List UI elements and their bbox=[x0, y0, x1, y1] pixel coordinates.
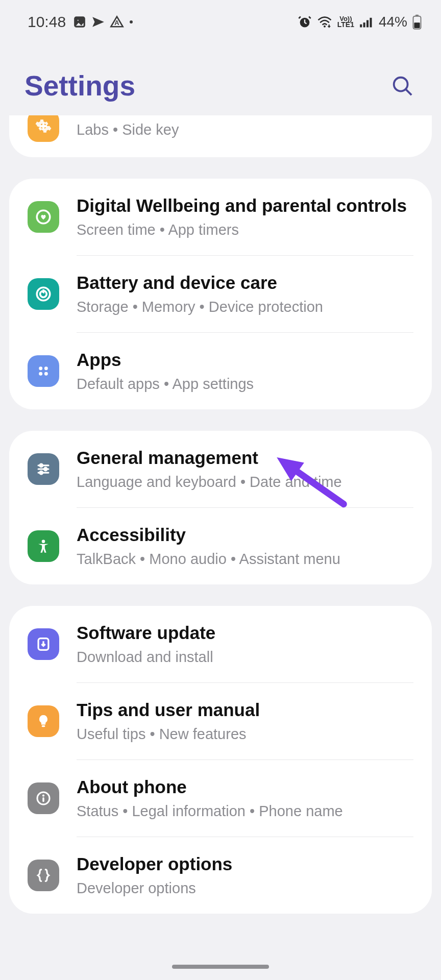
svg-point-19 bbox=[39, 366, 42, 370]
status-bar: 10:48 A Vo)) LTE1 bbox=[0, 0, 441, 40]
svg-rect-6 bbox=[360, 24, 362, 28]
settings-row-developer-options[interactable]: Developer options Developer options bbox=[9, 837, 432, 914]
svg-rect-8 bbox=[366, 20, 369, 28]
battery-percent: 44% bbox=[379, 14, 407, 30]
settings-row-battery-device-care[interactable]: Battery and device care Storage • Memory… bbox=[9, 256, 432, 332]
signal-icon bbox=[359, 16, 374, 28]
row-title: Apps bbox=[77, 349, 413, 371]
row-subtitle: Language and keyboard • Date and time bbox=[77, 473, 413, 491]
svg-rect-11 bbox=[415, 15, 419, 16]
settings-group-2: General management Language and keyboard… bbox=[9, 431, 432, 584]
braces-icon bbox=[28, 860, 59, 891]
triangle-alert-icon: A bbox=[110, 15, 124, 29]
settings-list[interactable]: Advanced features Labs • Side key Digita… bbox=[0, 109, 441, 914]
svg-point-20 bbox=[44, 366, 48, 370]
gallery-icon bbox=[73, 15, 86, 29]
svg-point-24 bbox=[40, 464, 43, 467]
status-left: 10:48 A bbox=[28, 13, 133, 31]
settings-row-tips[interactable]: Tips and user manual Useful tips • New f… bbox=[9, 683, 432, 760]
row-subtitle: Useful tips • New features bbox=[77, 725, 413, 743]
wifi-icon bbox=[317, 15, 332, 29]
bulb-icon bbox=[28, 705, 59, 737]
row-title: Developer options bbox=[77, 853, 413, 875]
battery-icon bbox=[412, 14, 422, 30]
row-subtitle: TalkBack • Mono audio • Assistant menu bbox=[77, 550, 413, 568]
status-time: 10:48 bbox=[28, 13, 66, 31]
svg-point-3 bbox=[130, 20, 133, 23]
settings-row-accessibility[interactable]: Accessibility TalkBack • Mono audio • As… bbox=[9, 508, 432, 584]
row-title: Advanced features bbox=[77, 115, 413, 116]
row-subtitle: Default apps • App settings bbox=[77, 375, 413, 393]
svg-point-26 bbox=[44, 468, 47, 471]
row-subtitle: Screen time • App timers bbox=[77, 220, 413, 239]
heart-ring-icon bbox=[28, 201, 59, 233]
row-subtitle: Storage • Memory • Device protection bbox=[77, 298, 413, 316]
svg-rect-34 bbox=[42, 797, 44, 802]
dot-icon bbox=[129, 20, 133, 24]
sliders-icon bbox=[28, 453, 59, 485]
settings-row-apps[interactable]: Apps Default apps • App settings bbox=[9, 333, 432, 409]
svg-point-22 bbox=[44, 372, 48, 376]
settings-group-1: Digital Wellbeing and parental controls … bbox=[9, 179, 432, 409]
search-icon bbox=[390, 74, 414, 97]
volte-indicator: Vo)) LTE1 bbox=[337, 16, 354, 28]
row-title: Tips and user manual bbox=[77, 699, 413, 721]
svg-rect-12 bbox=[414, 22, 420, 28]
row-title: Battery and device care bbox=[77, 272, 413, 293]
settings-header: Settings bbox=[0, 40, 441, 109]
svg-point-29 bbox=[42, 540, 45, 544]
page-title: Settings bbox=[24, 69, 135, 102]
svg-point-33 bbox=[42, 795, 44, 797]
info-icon bbox=[28, 782, 59, 814]
status-right: Vo)) LTE1 44% bbox=[298, 14, 422, 30]
row-subtitle: Download and install bbox=[77, 648, 413, 666]
person-icon bbox=[28, 530, 59, 562]
gear-plus-icon bbox=[28, 115, 59, 142]
svg-rect-31 bbox=[42, 725, 45, 727]
svg-point-21 bbox=[39, 372, 42, 376]
settings-row-digital-wellbeing[interactable]: Digital Wellbeing and parental controls … bbox=[9, 179, 432, 255]
svg-line-14 bbox=[406, 90, 412, 95]
apps-grid-icon bbox=[28, 355, 59, 387]
send-icon bbox=[91, 15, 105, 29]
svg-rect-9 bbox=[370, 18, 372, 28]
row-title: Accessibility bbox=[77, 524, 413, 546]
row-title: Digital Wellbeing and parental controls bbox=[77, 195, 413, 216]
download-icon bbox=[28, 628, 59, 660]
row-subtitle: Developer options bbox=[77, 879, 413, 897]
row-title: Software update bbox=[77, 622, 413, 644]
settings-group-0: Advanced features Labs • Side key bbox=[9, 115, 432, 157]
svg-point-13 bbox=[394, 78, 408, 91]
svg-rect-16 bbox=[40, 125, 47, 127]
refresh-ring-icon bbox=[28, 278, 59, 310]
svg-text:A: A bbox=[114, 19, 119, 27]
settings-group-3: Software update Download and install Tip… bbox=[9, 606, 432, 914]
svg-point-5 bbox=[324, 26, 326, 28]
svg-point-28 bbox=[40, 471, 43, 474]
settings-row-about-phone[interactable]: About phone Status • Legal information •… bbox=[9, 760, 432, 837]
alarm-icon bbox=[298, 15, 312, 29]
svg-point-1 bbox=[77, 19, 79, 21]
svg-rect-7 bbox=[363, 22, 365, 27]
settings-row-general-management[interactable]: General management Language and keyboard… bbox=[9, 431, 432, 507]
row-title: General management bbox=[77, 447, 413, 469]
search-button[interactable] bbox=[388, 71, 416, 100]
row-subtitle: Status • Legal information • Phone name bbox=[77, 802, 413, 820]
home-indicator[interactable] bbox=[172, 965, 269, 969]
row-subtitle: Labs • Side key bbox=[77, 120, 413, 139]
settings-row-software-update[interactable]: Software update Download and install bbox=[9, 606, 432, 682]
settings-row-advanced-features[interactable]: Advanced features Labs • Side key bbox=[9, 115, 432, 157]
row-title: About phone bbox=[77, 776, 413, 798]
